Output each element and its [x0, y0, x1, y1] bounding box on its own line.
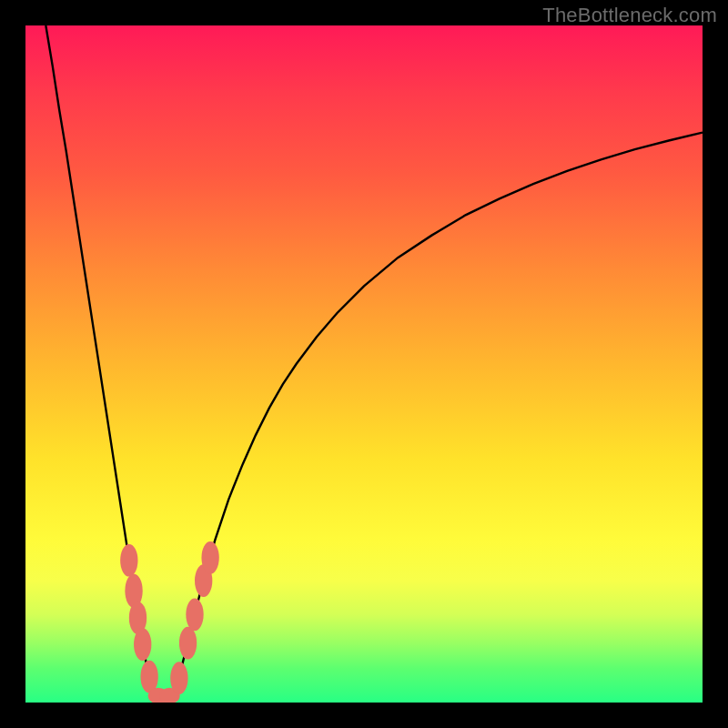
bottleneck-curve	[46, 25, 703, 699]
data-marker	[201, 541, 218, 574]
data-marker	[170, 662, 187, 694]
data-marker	[134, 628, 151, 661]
marker-group	[120, 541, 219, 703]
curve-svg	[25, 25, 703, 703]
data-marker	[179, 627, 197, 660]
plot-area	[25, 25, 703, 703]
data-marker	[186, 598, 203, 631]
chart-frame: TheBottleneck.com	[0, 0, 728, 728]
data-marker	[120, 544, 137, 577]
watermark-text: TheBottleneck.com	[542, 4, 717, 27]
